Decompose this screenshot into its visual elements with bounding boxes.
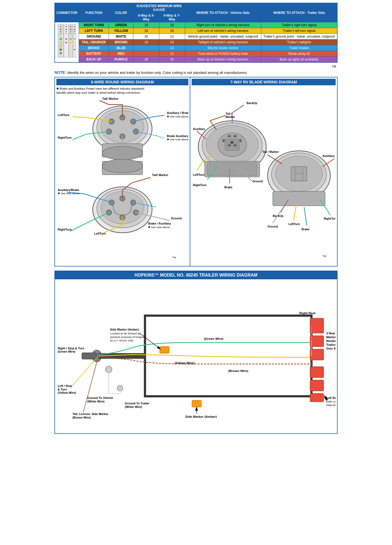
table-row: BATTERY RED 12 Fuse block or FUSED batte… <box>55 51 337 57</box>
svg-point-43 <box>102 146 143 160</box>
svg-rect-159 <box>160 346 169 353</box>
svg-text:(White Wire): (White Wire) <box>125 405 142 408</box>
gauge6-battery: 12 <box>159 51 185 57</box>
svg-text:Auxiliary: Auxiliary <box>193 127 205 131</box>
svg-rect-103 <box>228 144 231 146</box>
svg-rect-166 <box>310 380 323 391</box>
svg-text:Y: Y <box>66 33 67 35</box>
svg-text:Ground To Vehicle: Ground To Vehicle <box>87 396 113 399</box>
gauge6-right-turn: 16 <box>159 22 185 28</box>
svg-line-144 <box>304 207 307 225</box>
trailer-right-turn: Trailer's right turn signal <box>261 22 337 28</box>
svg-line-118 <box>197 163 202 171</box>
wiring-diagrams-container: 6-WIRE ROUND WIRING DIAGRAM ✱ Brake and … <box>54 77 338 267</box>
note-section: NOTE: Identify the wires on your vehicle… <box>54 70 338 75</box>
svg-text:Auxiliary / Brake: Auxiliary / Brake <box>167 111 188 114</box>
trailer-tail: Trailer's taillights <box>261 40 337 45</box>
svg-rect-105 <box>231 141 234 144</box>
function-backup: BACK UP <box>79 57 109 63</box>
svg-rect-160 <box>192 400 201 407</box>
svg-rect-164 <box>310 349 323 360</box>
svg-text:Brake: Brake <box>224 186 232 189</box>
svg-text:Right Rear: Right Rear <box>299 311 316 315</box>
svg-text:(D.O.T. MVSS 108): (D.O.T. MVSS 108) <box>110 339 133 342</box>
table-row: GROUND WHITE 16 12 Vehicle ground point … <box>55 34 337 40</box>
svg-point-32 <box>74 49 75 50</box>
svg-text:(Green Wire): (Green Wire) <box>204 337 223 341</box>
svg-text:W: W <box>60 29 62 30</box>
svg-text:(White Wire): (White Wire) <box>87 400 105 403</box>
svg-text:Over 80" Wide: Over 80" Wide <box>326 347 336 350</box>
svg-line-81 <box>70 223 86 231</box>
svg-point-37 <box>130 119 136 124</box>
svg-text:RightTurn: RightTurn <box>58 228 72 231</box>
svg-point-27 <box>70 38 72 40</box>
svg-rect-101 <box>223 139 225 142</box>
svg-rect-163 <box>310 336 323 346</box>
color-header: COLOR <box>109 3 133 22</box>
svg-point-22 <box>60 45 62 47</box>
svg-text:Auxiliary: Auxiliary <box>323 154 335 158</box>
svg-line-206 <box>83 358 98 412</box>
svg-text:7: 7 <box>60 26 61 28</box>
note-text: Identify the wires on your vehicle and t… <box>67 71 247 75</box>
svg-text:(Brown Wire): (Brown Wire) <box>72 416 91 419</box>
hopkins-title: HOPKINS™ MODEL NO. 48245 TRAILER WIRING … <box>55 271 337 279</box>
svg-rect-162 <box>310 318 323 333</box>
svg-line-109 <box>232 105 244 113</box>
svg-line-79 <box>159 218 170 220</box>
svg-text:BackUp: BackUp <box>247 101 258 105</box>
trailer-battery: Break away kit <box>261 51 337 57</box>
svg-point-39 <box>133 129 139 134</box>
svg-text:Side Marker (Amber): Side Marker (Amber) <box>185 415 217 419</box>
svg-rect-165 <box>310 367 323 377</box>
vehicle-battery: Fuse block or FUSED battery lead <box>185 51 261 57</box>
svg-rect-167 <box>310 393 323 402</box>
svg-rect-99 <box>228 135 231 137</box>
svg-line-174 <box>324 398 326 399</box>
gauge4-backup: 18 <box>133 57 159 63</box>
note-label: NOTE: <box>54 70 66 75</box>
gauge4-right-turn: 18 <box>133 22 159 28</box>
svg-rect-152 <box>82 353 97 359</box>
svg-text:A: A <box>74 31 75 32</box>
svg-rect-104 <box>234 144 237 146</box>
gauge4-brake <box>133 45 159 51</box>
svg-rect-133 <box>273 192 325 206</box>
svg-text:Ground To Trailer: Ground To Trailer <box>125 402 150 405</box>
seven-way-svg-area: BackUp Auxiliary Tail / Marker LeftTurn <box>192 87 336 260</box>
function-left-turn: LEFT TURN <box>79 28 109 34</box>
svg-point-23 <box>60 49 62 51</box>
svg-text:(with License: (with License <box>326 400 336 403</box>
six-wire-note: ✱ Brake and Auxiliary Power have two dif… <box>56 87 188 95</box>
svg-text:Ground: Ground <box>171 216 182 220</box>
seven-way-diagram: 7-WAY RV BLADE WIRING DIAGRAM <box>190 77 337 266</box>
svg-point-72 <box>102 159 143 173</box>
vehicle-right-turn: Right turn of vehicle's wiring harness <box>185 22 261 28</box>
svg-text:Needed For: Needed For <box>326 339 336 343</box>
table-row: 7 W A Y 6 W A Y 5 W A Y <box>55 22 337 28</box>
svg-text:W: W <box>74 29 75 30</box>
svg-text:Markers (Red): Markers (Red) <box>326 335 336 339</box>
color-brake: BLUE <box>109 45 133 51</box>
svg-text:W: W <box>65 29 67 30</box>
gauge-6way-header: 6-Way & 7-Way <box>159 13 185 22</box>
wire-gauge-table: CONNECTOR FUNCTION COLOR SUGGESTED MINIM… <box>54 3 338 63</box>
svg-line-75 <box>132 177 151 183</box>
svg-point-67 <box>109 200 114 205</box>
gauge-4way-header: 4-Way & 5-Way <box>133 13 159 22</box>
trailer-ground: Trailer's ground point - metal, uncoated… <box>261 34 337 40</box>
svg-text:Tail/ Marker: Tail/ Marker <box>152 173 169 177</box>
vehicle-left-turn: Left turn of vehicle's wiring harness <box>185 28 261 34</box>
svg-line-140 <box>294 205 296 220</box>
gauge6-ground: 12 <box>159 34 185 40</box>
svg-text:& Turn: & Turn <box>58 387 67 391</box>
svg-text:Auxiliary/Brake: Auxiliary/Brake <box>58 188 79 191</box>
table-row: BRAKE BLUE 12 Electric brake control Tra… <box>55 45 337 51</box>
svg-text:6: 6 <box>66 26 67 28</box>
wire-gauge-header: SUGGESTED MINIMUM WIRE GAUGE <box>133 3 185 13</box>
trailer-brake: Trailer brakes <box>261 45 337 51</box>
svg-point-24 <box>60 52 62 54</box>
seven-way-svg: BackUp Auxiliary Tail / Marker LeftTurn <box>192 87 336 259</box>
svg-point-21 <box>60 41 62 44</box>
